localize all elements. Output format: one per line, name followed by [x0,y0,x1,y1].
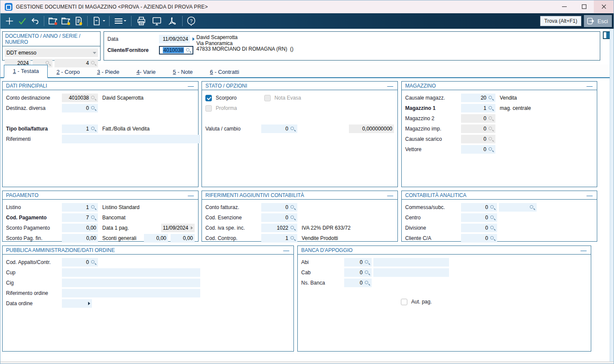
cliente-ca-field[interactable]: 0 [461,234,497,243]
lookup-icon[interactable] [490,235,495,241]
lookup-icon[interactable] [290,215,296,221]
aut-pag-checkbox[interactable] [401,299,407,305]
lookup-icon[interactable] [488,146,494,152]
close-button[interactable] [594,0,614,13]
lookup-icon[interactable] [490,204,495,210]
cup-field[interactable] [62,268,200,277]
lookup-icon[interactable] [91,126,96,132]
lookup-icon[interactable] [364,259,370,265]
sconto-pagamento-field[interactable]: 0,00 [62,224,98,232]
vettore-field[interactable]: 0 [461,145,495,154]
data-ordine-field[interactable] [62,299,92,308]
tab-bar: 1 - Testata 2 - Corpo 3 - Piede 4- Varie… [0,64,614,78]
tab-contratti[interactable]: 6 - Contratti [202,66,248,78]
causale-magazz-field[interactable]: 20 [461,94,495,102]
menu-button[interactable] [112,15,129,27]
magazzino1-field[interactable]: 1 [461,104,495,112]
collapse-panel-icon[interactable]: — [386,84,394,88]
document-card-button[interactable] [72,15,85,27]
lookup-icon[interactable] [364,280,370,286]
conto-destinazione-field: 4010038 [62,94,98,102]
maximize-button[interactable] [574,0,594,13]
date-picker-arrow-icon[interactable] [192,37,195,41]
help-button[interactable]: ? [185,15,198,27]
conto-fatturaz-field[interactable]: 0 [261,203,297,212]
lookup-icon[interactable] [290,126,296,132]
destinaz-diversa-field[interactable]: 0 [62,104,98,112]
lookup-icon[interactable] [290,204,296,210]
cod-pagamento-field[interactable]: 7 [62,213,98,222]
minimize-button[interactable] [554,0,574,13]
open-document-button[interactable] [46,15,59,27]
new-button[interactable] [3,15,16,27]
tab-varie[interactable]: 4- Varie [128,66,165,78]
lookup-icon[interactable] [91,259,96,265]
lookup-icon[interactable] [490,215,495,221]
cliente-fornitore-field[interactable]: 4010038 [159,46,193,55]
window-title: GESTIONE DOCUMENTI DI MAGAZZINO <PROVA -… [16,4,208,10]
print-button[interactable] [134,15,149,27]
customer-address-block: David Scaperrotta Via Panoramica 47833 M… [196,35,293,52]
tab-testata[interactable]: 1 - Testata [4,65,48,78]
collapse-panel-icon[interactable]: — [586,193,593,197]
tab-note[interactable]: 5 - Note [164,66,201,78]
valuta-field[interactable]: 0 [261,124,297,133]
lookup-icon[interactable] [364,270,370,276]
collapse-panel-icon[interactable]: — [187,193,195,197]
preview-button[interactable] [149,15,165,27]
sconto-pag-fin-field[interactable]: 0,00 [62,234,98,243]
cod-iva-field[interactable]: 1022 [261,224,297,232]
cig-field[interactable] [62,279,200,287]
field-row: Causale magazz. 20 Vendita [405,94,593,102]
cab-field[interactable]: 0 [344,268,372,277]
confirm-button[interactable] [16,15,29,27]
lookup-icon[interactable] [91,105,96,111]
data-field[interactable]: 11/09/2024 [159,35,190,43]
collapse-panel-icon[interactable]: — [187,84,195,88]
listino-field[interactable]: 1 [62,203,98,212]
lookup-icon[interactable] [186,47,191,53]
lookup-icon[interactable] [488,95,494,101]
find-button[interactable]: Trova (Alt+F1) [540,16,582,26]
lookup-icon[interactable] [529,204,535,210]
lookup-icon[interactable] [490,225,495,231]
tab-corpo[interactable]: 2 - Corpo [48,66,88,78]
date-picker-arrow-icon[interactable] [88,302,90,305]
riferimento-ordine-field[interactable] [62,289,200,297]
proforma-checkbox [205,105,212,112]
exit-button[interactable]: Esci [584,15,612,27]
scorporo-checkbox[interactable] [205,95,212,101]
pdf-button[interactable] [165,15,180,27]
lookup-icon[interactable] [290,235,296,241]
collapse-panel-icon[interactable]: — [580,248,587,252]
sconti-generali-field-2[interactable]: 0,00 [171,234,195,243]
ns-banca-field[interactable]: 0 [344,279,372,287]
cod-appalto-field[interactable]: 0 [62,258,98,267]
panel-rif-contabilita: RIFERIMENTI AGGIUNTIVI CONTABILITÀ— Cont… [202,191,398,242]
tipo-bolla-field[interactable]: 1 [62,124,98,133]
lookup-icon[interactable] [91,204,96,210]
riferimenti-field[interactable] [62,135,200,143]
sconti-generali-field-1[interactable]: 0,00 [144,234,168,243]
lookup-icon[interactable] [290,225,296,231]
right-scroll-strip[interactable] [610,29,614,364]
collapse-panel-icon[interactable]: — [586,84,593,88]
cod-esenzione-field[interactable]: 0 [261,213,297,222]
abi-field[interactable]: 0 [344,258,372,267]
toolbar-separator [87,16,88,26]
lookup-icon[interactable] [488,105,494,111]
undo-button[interactable] [29,15,42,27]
commessa-field[interactable]: 0 [461,203,497,212]
subcommessa-field[interactable] [499,203,537,212]
divisione-field[interactable]: 0 [461,224,497,232]
export-document-button[interactable] [90,15,107,27]
centro-field[interactable]: 0 [461,213,497,222]
cod-controp-field[interactable]: 1 [261,234,297,243]
lookup-icon[interactable] [91,215,96,221]
document-main-box: Data 11/09/2024 Cliente/Fornitore 401003… [104,31,600,61]
collapse-panel-icon[interactable]: — [282,248,290,252]
collapse-panel-icon[interactable]: — [386,193,394,197]
open-list-button[interactable] [59,15,72,27]
document-type-select[interactable]: DDT emesso [5,49,98,57]
tab-piede[interactable]: 3 - Piede [89,66,128,78]
